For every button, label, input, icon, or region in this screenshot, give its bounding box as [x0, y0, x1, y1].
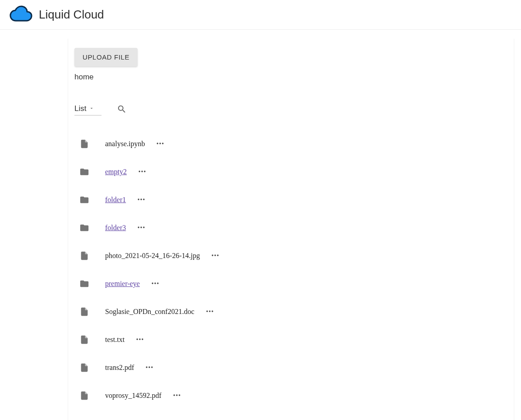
- svg-point-29: [179, 394, 180, 396]
- svg-point-23: [142, 338, 143, 340]
- more-horizontal-icon: [138, 167, 147, 177]
- list-item: folder3: [74, 214, 514, 242]
- more-options-button[interactable]: [134, 333, 146, 347]
- file-icon: [79, 138, 90, 149]
- app-title: Liquid Cloud: [39, 8, 104, 22]
- item-name-wrap: trans2.pdf: [105, 361, 156, 375]
- folder-link[interactable]: premier-eye: [105, 280, 140, 288]
- list-item: folder1: [74, 186, 514, 214]
- file-icon: [79, 250, 90, 261]
- main-area: UPLOAD FILE home List analyse.ipynbempty…: [0, 30, 521, 420]
- svg-point-26: [152, 366, 153, 368]
- item-name-wrap: voprosy_14592.pdf: [105, 389, 183, 403]
- item-name-wrap: analyse.ipynb: [105, 137, 166, 151]
- svg-point-16: [154, 282, 156, 284]
- folder-icon: [79, 194, 90, 205]
- more-options-button[interactable]: [203, 305, 216, 319]
- item-name-wrap: folder1: [105, 193, 148, 207]
- svg-point-15: [152, 282, 153, 284]
- more-horizontal-icon: [135, 335, 144, 345]
- app-header: Liquid Cloud: [0, 0, 521, 30]
- list-item: photo_2021-05-24_16-26-14.jpg: [74, 242, 514, 270]
- item-name-wrap: folder3: [105, 221, 148, 235]
- file-icon: [79, 334, 90, 345]
- svg-point-1: [160, 143, 161, 144]
- list-item: voprosy_14592.pdf: [74, 382, 514, 410]
- svg-point-10: [141, 226, 142, 228]
- svg-point-8: [143, 198, 144, 200]
- more-options-button[interactable]: [171, 389, 183, 403]
- file-icon: [79, 362, 90, 373]
- svg-point-4: [141, 171, 143, 172]
- toolbar: List: [74, 102, 514, 117]
- search-button[interactable]: [115, 102, 129, 117]
- folder-link[interactable]: folder1: [105, 196, 126, 204]
- more-options-button[interactable]: [149, 277, 161, 291]
- more-options-button[interactable]: [209, 249, 221, 263]
- breadcrumb[interactable]: home: [74, 73, 514, 82]
- svg-point-6: [138, 198, 139, 200]
- svg-point-20: [212, 310, 213, 312]
- svg-point-12: [212, 254, 213, 256]
- more-options-button[interactable]: [136, 165, 148, 179]
- more-options-button[interactable]: [143, 361, 156, 375]
- search-icon: [117, 109, 127, 115]
- file-name: voprosy_14592.pdf: [105, 392, 161, 400]
- svg-point-19: [209, 310, 210, 312]
- more-horizontal-icon: [137, 223, 146, 233]
- more-horizontal-icon: [172, 391, 181, 401]
- list-item: empty2: [74, 158, 514, 186]
- svg-point-9: [138, 226, 139, 228]
- folder-icon: [79, 222, 90, 233]
- svg-point-17: [157, 282, 158, 284]
- more-options-button[interactable]: [154, 137, 166, 151]
- file-name: photo_2021-05-24_16-26-14.jpg: [105, 252, 200, 260]
- item-name-wrap: premier-eye: [105, 277, 161, 291]
- svg-point-7: [141, 198, 142, 200]
- more-horizontal-icon: [145, 363, 154, 373]
- file-icon: [79, 390, 90, 401]
- folder-link[interactable]: folder3: [105, 224, 126, 232]
- svg-point-0: [157, 143, 158, 144]
- svg-point-2: [162, 143, 164, 144]
- svg-point-5: [144, 171, 145, 172]
- more-horizontal-icon: [137, 195, 146, 205]
- more-horizontal-icon: [156, 139, 165, 149]
- list-item: test.txt: [74, 326, 514, 354]
- folder-icon: [79, 278, 90, 289]
- folder-icon: [79, 166, 90, 177]
- item-name-wrap: empty2: [105, 165, 148, 179]
- chevron-down-icon: [89, 105, 94, 113]
- view-mode-select[interactable]: List: [74, 104, 101, 115]
- upload-file-button[interactable]: UPLOAD FILE: [74, 48, 138, 66]
- folder-link[interactable]: empty2: [105, 168, 127, 176]
- item-name-wrap: Soglasie_OPDn_conf2021.doc: [105, 305, 216, 319]
- more-horizontal-icon: [211, 251, 220, 261]
- more-options-button[interactable]: [135, 193, 148, 207]
- file-name: analyse.ipynb: [105, 140, 145, 148]
- file-name: trans2.pdf: [105, 364, 134, 372]
- file-list: analyse.ipynbempty2folder1folder3photo_2…: [74, 130, 514, 410]
- svg-point-22: [139, 338, 140, 340]
- file-name: Soglasie_OPDn_conf2021.doc: [105, 308, 194, 316]
- svg-point-13: [215, 254, 216, 256]
- more-options-button[interactable]: [135, 221, 148, 235]
- svg-point-25: [149, 366, 150, 368]
- file-name: test.txt: [105, 336, 124, 344]
- file-icon: [79, 306, 90, 317]
- svg-point-18: [206, 310, 207, 312]
- file-panel: UPLOAD FILE home List analyse.ipynbempty…: [68, 39, 514, 420]
- svg-point-27: [173, 394, 175, 396]
- svg-point-3: [139, 171, 140, 172]
- svg-point-28: [176, 394, 177, 396]
- list-item: trans2.pdf: [74, 354, 514, 382]
- list-item: Soglasie_OPDn_conf2021.doc: [74, 298, 514, 326]
- list-item: analyse.ipynb: [74, 130, 514, 158]
- svg-point-11: [143, 226, 144, 228]
- item-name-wrap: test.txt: [105, 333, 146, 347]
- cloud-logo-icon: [9, 5, 32, 24]
- item-name-wrap: photo_2021-05-24_16-26-14.jpg: [105, 249, 221, 263]
- svg-point-24: [146, 366, 148, 368]
- view-mode-label: List: [74, 104, 86, 113]
- more-horizontal-icon: [205, 307, 214, 317]
